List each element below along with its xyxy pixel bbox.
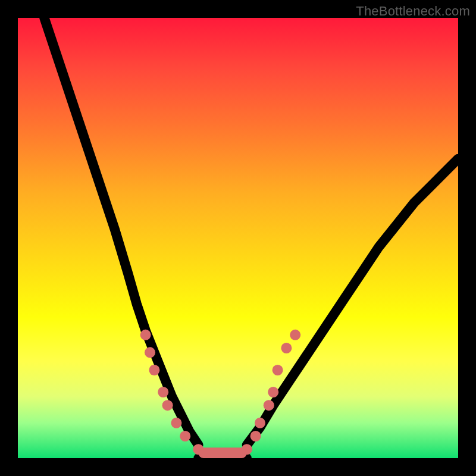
- watermark-text: TheBottleneck.com: [356, 4, 470, 19]
- plot-area: [18, 18, 458, 458]
- chart-frame: TheBottleneck.com: [0, 0, 476, 476]
